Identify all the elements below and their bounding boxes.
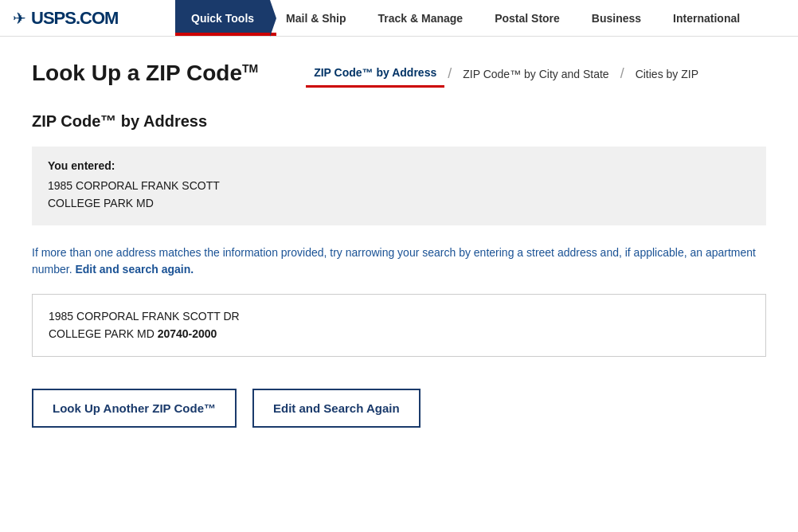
nav-bar: ✈ USPS.COM Quick Tools Mail & Ship Track… [0, 0, 798, 37]
sub-nav: ZIP Code™ by Address / ZIP Code™ by City… [306, 61, 706, 88]
info-text: If more than one address matches the inf… [32, 244, 766, 278]
page-title-row: Look Up a ZIP CodeTM ZIP Code™ by Addres… [32, 61, 766, 88]
entered-line2: COLLEGE PARK MD [48, 194, 750, 212]
entered-box: You entered: 1985 CORPORAL FRANK SCOTT C… [32, 147, 766, 225]
info-link[interactable]: Edit and search again. [75, 263, 194, 276]
result-box: 1985 CORPORAL FRANK SCOTT DR COLLEGE PAR… [32, 294, 766, 357]
nav-item-mail-ship-label: Mail & Ship [286, 12, 346, 25]
result-line2: COLLEGE PARK MD 20740-2000 [49, 325, 749, 342]
tab-divider-2: / [617, 65, 628, 88]
nav-items: Quick Tools Mail & Ship Track & Manage P… [175, 0, 756, 36]
main-content: Look Up a ZIP CodeTM ZIP Code™ by Addres… [0, 37, 798, 452]
nav-item-postal-store[interactable]: Postal Store [479, 0, 576, 36]
result-line2-zip: 20740-2000 [158, 327, 217, 340]
tab-by-zip[interactable]: Cities by ZIP [628, 68, 706, 87]
edit-search-again-button[interactable]: Edit and Search Again [252, 389, 421, 428]
nav-item-postal-store-label: Postal Store [495, 12, 560, 25]
entered-label: You entered: [48, 159, 750, 172]
logo-text: USPS.COM [31, 8, 118, 29]
result-address: 1985 CORPORAL FRANK SCOTT DR COLLEGE PAR… [49, 307, 749, 343]
nav-item-international-label: International [673, 12, 740, 25]
tab-by-city-state[interactable]: ZIP Code™ by City and State [455, 68, 616, 87]
page-title: Look Up a ZIP CodeTM [32, 61, 258, 86]
nav-item-mail-ship[interactable]: Mail & Ship [270, 0, 362, 36]
tab-divider-1: / [444, 65, 455, 88]
entered-address: 1985 CORPORAL FRANK SCOTT COLLEGE PARK M… [48, 177, 750, 213]
nav-item-business-label: Business [592, 12, 641, 25]
logo: ✈ USPS.COM [0, 0, 175, 36]
nav-item-quick-tools-label: Quick Tools [191, 12, 254, 25]
lookup-another-button[interactable]: Look Up Another ZIP Code™ [32, 389, 237, 428]
tab-by-address[interactable]: ZIP Code™ by Address [306, 66, 444, 88]
nav-item-track-manage-label: Track & Manage [378, 12, 464, 25]
section-title: ZIP Code™ by Address [32, 112, 766, 131]
button-row: Look Up Another ZIP Code™ Edit and Searc… [32, 389, 766, 428]
nav-item-international[interactable]: International [657, 0, 756, 36]
nav-item-track-manage[interactable]: Track & Manage [362, 0, 479, 36]
nav-item-quick-tools[interactable]: Quick Tools [175, 0, 270, 36]
entered-line1: 1985 CORPORAL FRANK SCOTT [48, 177, 750, 194]
result-line1: 1985 CORPORAL FRANK SCOTT DR [49, 307, 749, 325]
result-line2-plain: COLLEGE PARK MD [49, 327, 158, 340]
logo-eagle-icon: ✈ [13, 9, 26, 28]
nav-item-business[interactable]: Business [576, 0, 657, 36]
